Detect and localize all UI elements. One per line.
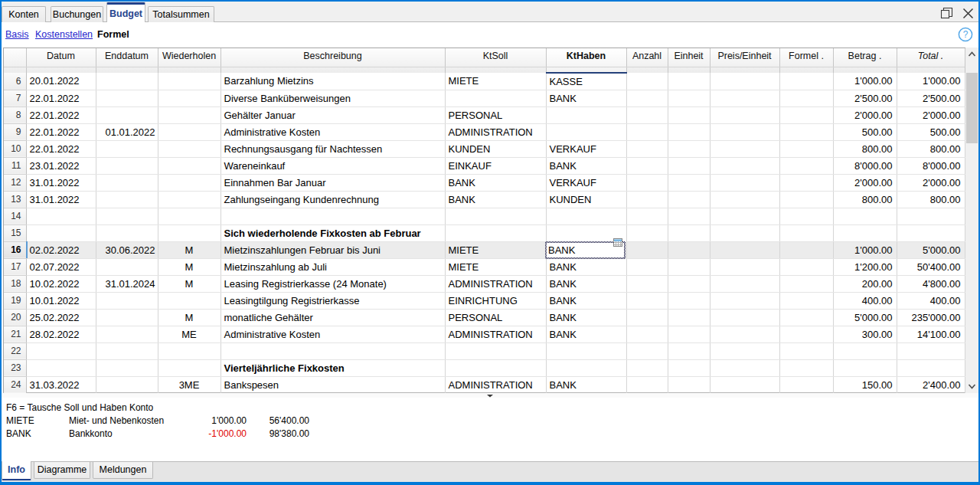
svg-text:?: ? xyxy=(963,29,969,40)
